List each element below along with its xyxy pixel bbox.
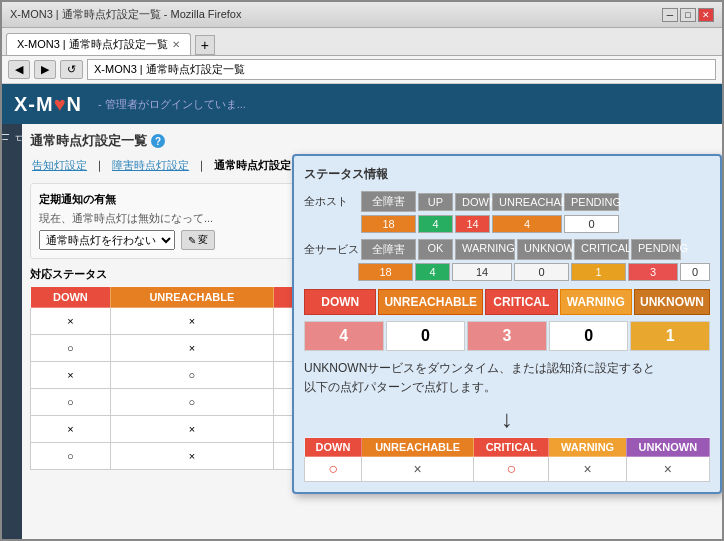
close-button[interactable]: ✕ <box>698 8 714 22</box>
page-title-text: 通常時点灯設定一覧 <box>30 132 147 150</box>
summary-row: DOWN UNREACHABLE CRITICAL WARNING UNKNOW… <box>304 289 710 315</box>
svc-col-pending: PENDING <box>631 239 681 260</box>
svc-val-warning: 14 <box>452 263 512 281</box>
nav-link-alert[interactable]: 告知灯設定 <box>32 159 87 171</box>
service-row: 全サービス 全障害 OK WARNING UNKNOWN CRITICAL PE… <box>304 239 710 260</box>
summary-warning-header: WARNING <box>560 289 632 315</box>
app-inner: X-M♥N - 管理者がログインしていま... メニュー 通常時点灯設定一覧 ?… <box>2 84 722 539</box>
circle-icon: ○ <box>328 460 338 477</box>
window-title: X-MON3 | 通常時点灯設定一覧 - Mozilla Firefox <box>10 7 241 22</box>
host-val-down: 14 <box>455 215 490 233</box>
forward-button[interactable]: ▶ <box>34 60 56 79</box>
svc-val-unknown: 0 <box>514 263 569 281</box>
service-label: 全サービス <box>304 242 359 257</box>
cross-icon: × <box>664 461 672 477</box>
summary-critical-header: CRITICAL <box>485 289 557 315</box>
host-values-row: 18 4 14 4 0 <box>304 215 710 233</box>
host-cols-header: 全障害 UP DOWN UNREACHABLE PENDING <box>361 191 619 212</box>
svc-val-ok: 4 <box>415 263 450 281</box>
circle-icon: ○ <box>507 460 517 477</box>
help-icon[interactable]: ? <box>151 134 165 148</box>
svc-col-critical: CRITICAL <box>574 239 629 260</box>
maximize-button[interactable]: □ <box>680 8 696 22</box>
title-bar: X-MON3 | 通常時点灯設定一覧 - Mozilla Firefox ─ □… <box>2 2 722 28</box>
nav-link-normal: 通常時点灯設定 <box>214 159 291 171</box>
svc-val-total: 18 <box>358 263 413 281</box>
cell: × <box>110 443 273 470</box>
pt-val-critical: ○ <box>474 457 549 482</box>
svc-val-pending-val: 3 <box>628 263 678 281</box>
pattern-table: DOWN UNREACHABLE CRITICAL WARNING UNKNOW… <box>304 437 710 482</box>
cell: ○ <box>31 335 111 362</box>
nav-link-fault[interactable]: 障害時点灯設定 <box>112 159 189 171</box>
service-cols: 全障害 OK WARNING UNKNOWN CRITICAL PENDING <box>361 239 681 260</box>
main-area: メニュー 通常時点灯設定一覧 ? 告知灯設定 ｜ 障害時点灯設定 ｜ 通常時点灯… <box>2 124 722 539</box>
host-val-up: 4 <box>418 215 453 233</box>
cell: ○ <box>110 389 273 416</box>
periodic-select[interactable]: 通常時点灯を行わない <box>39 230 175 250</box>
page-title-row: 通常時点灯設定一覧 ? <box>30 132 714 150</box>
header-message: - 管理者がログインしていま... <box>98 97 246 112</box>
tab-close-icon[interactable]: ✕ <box>172 39 180 50</box>
back-button[interactable]: ◀ <box>8 60 30 79</box>
pt-col-unknown: UNKNOWN <box>626 438 709 457</box>
url-text: X-MON3 | 通常時点灯設定一覧 <box>94 63 245 75</box>
browser-window: X-MON3 | 通常時点灯設定一覧 - Mozilla Firefox ─ □… <box>0 0 724 541</box>
overlay-message: UNKNOWNサービスをダウンタイム、または認知済に設定すると以下の点灯パターン… <box>304 359 710 397</box>
svc-val-last: 0 <box>680 263 710 281</box>
host-values: 18 4 14 4 0 <box>361 215 619 233</box>
address-bar[interactable]: X-MON3 | 通常時点灯設定一覧 <box>87 59 716 80</box>
cross-icon: × <box>583 461 591 477</box>
change-button[interactable]: ✎ 変 <box>181 230 215 250</box>
window-controls: ─ □ ✕ <box>662 8 714 22</box>
pt-col-critical: CRITICAL <box>474 438 549 457</box>
svc-val-critical: 1 <box>571 263 626 281</box>
cell: ○ <box>31 389 111 416</box>
col-unreachable: UNREACHABLE <box>110 287 273 308</box>
host-col-unreachable: UNREACHABLE <box>492 193 562 211</box>
host-label: 全ホスト <box>304 194 359 209</box>
tab-bar: X-MON3 | 通常時点灯設定一覧 ✕ + <box>2 28 722 56</box>
active-tab[interactable]: X-MON3 | 通常時点灯設定一覧 ✕ <box>6 33 191 55</box>
sidebar: メニュー <box>2 124 22 539</box>
col-down: DOWN <box>31 287 111 308</box>
pt-val-unreachable: × <box>362 457 474 482</box>
host-col-pending: PENDING <box>564 193 619 211</box>
cell: × <box>31 362 111 389</box>
host-col-up: UP <box>418 193 453 211</box>
change-label: 変 <box>198 233 208 247</box>
service-values-row: 18 4 14 0 1 3 0 <box>304 263 710 281</box>
svc-col-ok: OK <box>418 239 453 260</box>
summary-values-row: 4 0 3 0 1 <box>304 321 710 351</box>
app-logo: X-M♥N <box>14 93 82 116</box>
minimize-button[interactable]: ─ <box>662 8 678 22</box>
summary-unreachable-header: UNREACHABLE <box>378 289 483 315</box>
overlay-title: ステータス情報 <box>304 166 710 183</box>
cell: × <box>31 416 111 443</box>
cell: × <box>31 308 111 335</box>
host-val-unreachable: 4 <box>492 215 562 233</box>
cell: ○ <box>31 443 111 470</box>
summary-val-unreachable: 0 <box>386 321 466 351</box>
summary-unknown-header: UNKNOWN <box>634 289 710 315</box>
cell: ○ <box>110 362 273 389</box>
svc-col-unknown: UNKNOWN <box>517 239 572 260</box>
summary-val-down: 4 <box>304 321 384 351</box>
pt-col-unreachable: UNREACHABLE <box>362 438 474 457</box>
tab-label: X-MON3 | 通常時点灯設定一覧 <box>17 37 168 52</box>
host-col-down: DOWN <box>455 193 490 211</box>
overlay-popup: ステータス情報 全ホスト 全障害 UP DOWN UNREACHABLE PEN… <box>292 154 722 494</box>
pt-val-unknown: × <box>626 457 709 482</box>
nav-bar: ◀ ▶ ↺ X-MON3 | 通常時点灯設定一覧 <box>2 56 722 84</box>
pt-val-down: ○ <box>305 457 362 482</box>
reload-button[interactable]: ↺ <box>60 60 83 79</box>
summary-val-critical: 3 <box>467 321 547 351</box>
new-tab-button[interactable]: + <box>195 35 215 55</box>
change-icon: ✎ <box>188 235 196 246</box>
cross-icon: × <box>414 461 422 477</box>
host-val-pending: 0 <box>564 215 619 233</box>
service-values: 18 4 14 0 1 3 <box>358 263 678 281</box>
content-area: 通常時点灯設定一覧 ? 告知灯設定 ｜ 障害時点灯設定 ｜ 通常時点灯設定 定期… <box>22 124 722 539</box>
cell: × <box>110 416 273 443</box>
summary-down-header: DOWN <box>304 289 376 315</box>
